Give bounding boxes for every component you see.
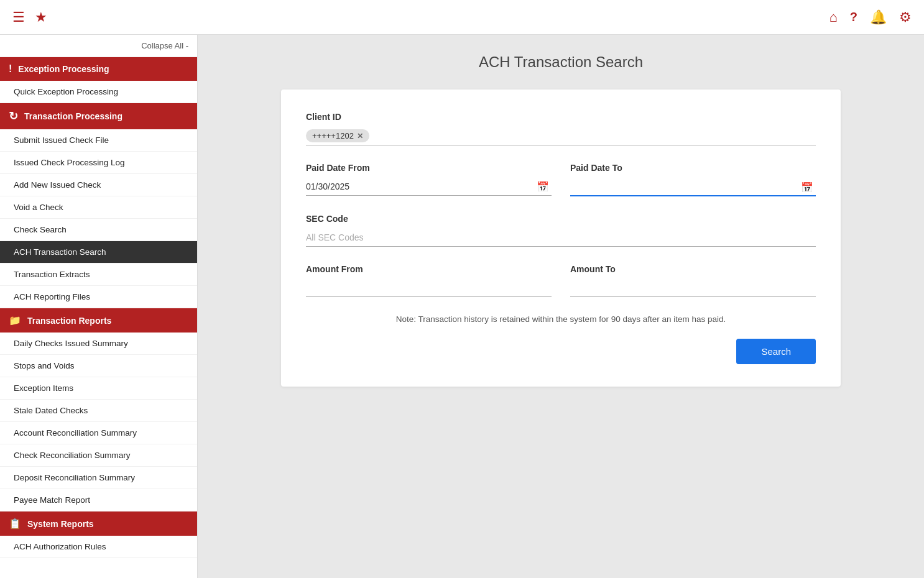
sidebar-item-quick-exception[interactable]: Quick Exception Processing [0, 81, 197, 103]
sidebar-item-submit-issued-check-file[interactable]: Submit Issued Check File [0, 129, 197, 152]
amount-from-input[interactable] [306, 279, 552, 297]
sec-code-row: SEC Code All SEC Codes [306, 214, 816, 247]
home-icon[interactable]: ⌂ [829, 9, 837, 25]
paid-date-from-input[interactable] [306, 178, 552, 196]
client-id-tag: +++++1202 ✕ [306, 129, 369, 142]
client-id-group: Client ID +++++1202 ✕ [306, 112, 816, 145]
amount-row: Amount From Amount To [306, 264, 816, 297]
sec-code-group: SEC Code All SEC Codes [306, 214, 816, 247]
sidebar-section-transaction-processing[interactable]: ↻ Transaction Processing [0, 103, 197, 129]
client-id-container[interactable]: +++++1202 ✕ [306, 127, 816, 145]
favorites-star-icon[interactable]: ★ [35, 9, 47, 25]
transaction-reports-icon: 📁 [9, 314, 21, 326]
transaction-processing-label: Transaction Processing [24, 111, 122, 121]
sidebar-section-system-reports[interactable]: 📋 System Reports [0, 511, 197, 536]
system-reports-label: System Reports [27, 519, 94, 529]
top-navigation: ☰ ★ ⌂ ? 🔔 ⚙ [0, 0, 924, 35]
sidebar: Collapse All - ! Exception Processing Qu… [0, 35, 198, 578]
sec-code-label: SEC Code [306, 214, 816, 224]
sidebar-item-payee-match-report[interactable]: Payee Match Report [0, 489, 197, 511]
sidebar-item-ach-transaction-search[interactable]: ACH Transaction Search [0, 241, 197, 264]
settings-gear-icon[interactable]: ⚙ [899, 9, 912, 25]
sidebar-item-transaction-extracts[interactable]: Transaction Extracts [0, 264, 197, 286]
paid-date-to-label: Paid Date To [570, 163, 816, 173]
paid-date-to-input[interactable] [570, 178, 816, 196]
sidebar-collapse-all[interactable]: Collapse All - [0, 35, 197, 57]
content-area: ACH Transaction Search Client ID +++++12… [198, 35, 924, 578]
sidebar-item-ach-authorization-rules[interactable]: ACH Authorization Rules [0, 536, 197, 558]
sidebar-item-ach-reporting-files[interactable]: ACH Reporting Files [0, 286, 197, 308]
sec-code-select[interactable]: All SEC Codes [306, 229, 816, 247]
help-icon[interactable]: ? [850, 10, 857, 24]
system-reports-icon: 📋 [9, 518, 21, 530]
sidebar-item-issued-check-processing-log[interactable]: Issued Check Processing Log [0, 152, 197, 174]
amount-to-input[interactable] [570, 279, 816, 297]
sidebar-section-transaction-reports[interactable]: 📁 Transaction Reports [0, 308, 197, 333]
sidebar-item-add-new-issued-check[interactable]: Add New Issued Check [0, 174, 197, 196]
paid-date-from-calendar-icon[interactable]: 📅 [537, 181, 549, 193]
paid-date-from-label: Paid Date From [306, 163, 552, 173]
amount-from-group: Amount From [306, 264, 552, 297]
sidebar-section-exception-processing[interactable]: ! Exception Processing [0, 57, 197, 81]
sidebar-item-exception-items[interactable]: Exception Items [0, 377, 197, 400]
paid-date-from-group: Paid Date From 📅 [306, 163, 552, 196]
sidebar-item-void-a-check[interactable]: Void a Check [0, 196, 197, 219]
ach-search-form-card: Client ID +++++1202 ✕ Paid Date From � [281, 89, 841, 387]
sidebar-item-stops-and-voids[interactable]: Stops and Voids [0, 355, 197, 377]
transaction-processing-icon: ↻ [9, 109, 18, 123]
main-layout: Collapse All - ! Exception Processing Qu… [0, 35, 924, 578]
sidebar-item-check-search[interactable]: Check Search [0, 219, 197, 241]
notifications-bell-icon[interactable]: 🔔 [870, 9, 887, 25]
client-id-value: +++++1202 [312, 131, 354, 140]
client-id-remove-icon[interactable]: ✕ [357, 132, 363, 140]
sidebar-item-check-reconciliation-summary[interactable]: Check Reconciliation Summary [0, 444, 197, 467]
exception-processing-icon: ! [9, 63, 12, 75]
client-id-label: Client ID [306, 112, 816, 122]
amount-to-group: Amount To [570, 264, 816, 297]
top-nav-right: ⌂ ? 🔔 ⚙ [829, 9, 912, 25]
amount-to-label: Amount To [570, 264, 816, 274]
search-button-row: Search [306, 339, 816, 364]
sidebar-item-account-reconciliation-summary[interactable]: Account Reconciliation Summary [0, 422, 197, 444]
amount-to-wrapper [570, 279, 816, 297]
sidebar-item-stale-dated-checks[interactable]: Stale Dated Checks [0, 400, 197, 422]
exception-processing-label: Exception Processing [18, 64, 109, 74]
menu-icon[interactable]: ☰ [12, 9, 25, 25]
paid-date-to-group: Paid Date To 📅 [570, 163, 816, 196]
amount-from-label: Amount From [306, 264, 552, 274]
amount-from-wrapper [306, 279, 552, 297]
form-note: Note: Transaction history is retained wi… [306, 314, 816, 324]
page-title: ACH Transaction Search [223, 53, 899, 71]
transaction-reports-label: Transaction Reports [27, 316, 111, 326]
sidebar-item-deposit-reconciliation-summary[interactable]: Deposit Reconciliation Summary [0, 467, 197, 489]
paid-date-to-calendar-icon[interactable]: 📅 [801, 181, 813, 193]
client-id-row: Client ID +++++1202 ✕ [306, 112, 816, 145]
search-button[interactable]: Search [736, 339, 816, 364]
paid-date-from-wrapper: 📅 [306, 178, 552, 196]
paid-date-row: Paid Date From 📅 Paid Date To 📅 [306, 163, 816, 196]
top-nav-left: ☰ ★ [12, 9, 47, 25]
paid-date-to-wrapper: 📅 [570, 178, 816, 196]
sidebar-item-daily-checks-issued-summary[interactable]: Daily Checks Issued Summary [0, 333, 197, 355]
